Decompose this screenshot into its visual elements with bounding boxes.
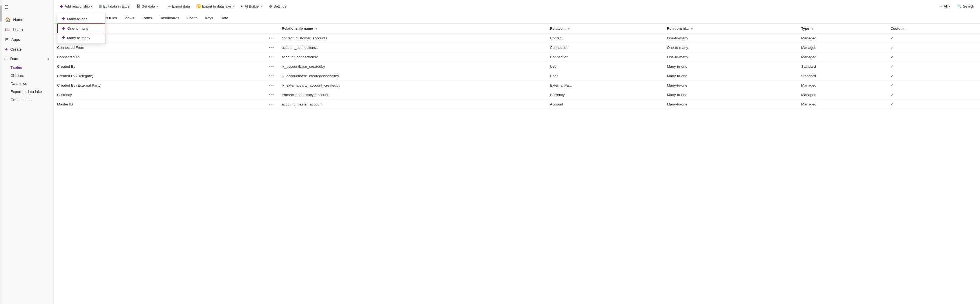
sidebar-sub-connections[interactable]: Connections — [0, 96, 54, 104]
table-row[interactable]: Company Name ••• contact_customer_accoun… — [54, 34, 980, 43]
cell-related: Connection — [547, 43, 663, 52]
table-row[interactable]: Currency ••• transactioncurrency_account… — [54, 90, 980, 99]
sort-icons-type[interactable]: ∨ — [811, 27, 813, 30]
table-row[interactable]: Connected To ••• account_connections2 Co… — [54, 52, 980, 62]
table-body: Company Name ••• contact_customer_accoun… — [54, 34, 980, 109]
cell-dots[interactable]: ••• — [264, 71, 279, 81]
cell-custom: ✓ — [887, 90, 980, 99]
cell-dots[interactable]: ••• — [264, 43, 279, 52]
cell-rel-type: Many-to-one — [664, 62, 798, 71]
cell-dots[interactable]: ••• — [264, 52, 279, 62]
scroll-thumb[interactable] — [0, 5, 2, 22]
row-context-menu[interactable]: ••• — [268, 83, 275, 88]
export-data-button[interactable]: ↦ Export data — [165, 3, 193, 10]
cell-related: User — [547, 71, 663, 81]
custom-check-icon: ✓ — [891, 102, 894, 106]
tab-charts-label: Charts — [187, 16, 197, 20]
tab-data[interactable]: Data — [217, 13, 232, 24]
sidebar-sub-tables[interactable]: Tables — [0, 63, 54, 72]
ai-builder-icon: ✦ — [240, 4, 243, 8]
cell-custom: ✓ — [887, 43, 980, 52]
edit-excel-label: Edit data in Excel — [103, 4, 130, 8]
export-lake-chevron: ▾ — [232, 5, 234, 8]
ai-builder-button[interactable]: ✦ AI Builder ▾ — [237, 3, 265, 10]
tab-views-label: Views — [124, 16, 134, 20]
tab-views[interactable]: Views — [121, 13, 138, 24]
dropdown-many-to-many[interactable]: ✚ Many-to-many — [57, 33, 105, 42]
cell-custom: ✓ — [887, 81, 980, 90]
cell-dots[interactable]: ••• — [264, 90, 279, 99]
cell-dots[interactable]: ••• — [264, 34, 279, 43]
row-context-menu[interactable]: ••• — [268, 45, 275, 50]
sidebar-item-apps[interactable]: ⊞ Apps — [0, 35, 54, 45]
cell-display-name: Connected To — [54, 52, 264, 62]
table-row[interactable]: Master ID ••• account_master_account Acc… — [54, 99, 980, 109]
hamburger-icon[interactable]: ☰ — [0, 2, 54, 14]
ai-builder-label: AI Builder — [245, 4, 259, 8]
sidebar-item-create[interactable]: + Create — [0, 45, 54, 54]
table-row[interactable]: Created By ••• lk_accountbase_createdby … — [54, 62, 980, 71]
row-context-menu[interactable]: ••• — [268, 92, 275, 98]
tab-forms[interactable]: Forms — [138, 13, 156, 24]
col-relationship-name[interactable]: Relationship name ∨ — [278, 24, 547, 34]
cell-display-name: Created By (External Party) — [54, 81, 264, 90]
tabs-bar: Relationships Business rules Views Forms… — [54, 13, 980, 24]
edit-excel-button[interactable]: ⊞ Edit data in Excel — [96, 3, 133, 10]
col-type-label: Type — [801, 26, 809, 30]
sidebar-item-learn[interactable]: 📖 Learn — [0, 24, 54, 35]
cell-type: Managed — [798, 43, 887, 52]
row-context-menu[interactable]: ••• — [268, 64, 275, 69]
col-related[interactable]: Related... ∨ — [547, 24, 663, 34]
search-button[interactable]: 🔍 Search — [955, 3, 977, 10]
custom-check-icon: ✓ — [891, 36, 894, 40]
export-lake-icon: 🔁 — [196, 4, 200, 8]
dropdown-many-to-one[interactable]: ✚ Many-to-one — [57, 14, 105, 24]
sort-icons-related[interactable]: ∨ — [568, 27, 570, 30]
export-lake-button[interactable]: 🔁 Export to data lake ▾ — [194, 3, 237, 10]
cell-type: Managed — [798, 34, 887, 43]
toolbar-right: ≡ All ▾ 🔍 Search — [938, 3, 977, 10]
sort-icons-rel-name[interactable]: ∨ — [315, 27, 317, 30]
sidebar-choices-label: Choices — [11, 74, 24, 78]
row-context-menu[interactable]: ••• — [268, 101, 275, 107]
table-row[interactable]: Created By (Delegate) ••• lk_accountbase… — [54, 71, 980, 81]
cell-dots[interactable]: ••• — [264, 62, 279, 71]
filter-all-label: All — [943, 4, 947, 8]
get-data-button[interactable]: 🗄 Get data ▾ — [134, 3, 161, 10]
col-custom[interactable]: Custom... — [887, 24, 980, 34]
sidebar-sub-export[interactable]: Export to data lake — [0, 88, 54, 96]
row-context-menu[interactable]: ••• — [268, 35, 275, 41]
tab-dashboards[interactable]: Dashboards — [156, 13, 183, 24]
filter-all-button[interactable]: ≡ All ▾ — [938, 3, 953, 10]
sidebar-item-home[interactable]: 🏠 Home — [0, 14, 54, 24]
row-context-menu[interactable]: ••• — [268, 54, 275, 59]
tab-charts[interactable]: Charts — [183, 13, 201, 24]
table-row[interactable]: Connected From ••• account_connections1 … — [54, 43, 980, 52]
cell-rel-type: One-to-many — [664, 43, 798, 52]
one-to-many-plus-icon: ✚ — [62, 26, 65, 30]
sort-icons-rel-type[interactable]: ∨ — [691, 27, 693, 30]
many-to-many-plus-icon: ✚ — [62, 35, 65, 40]
cell-dots[interactable]: ••• — [264, 81, 279, 90]
table-row[interactable]: Created By (External Party) ••• lk_exter… — [54, 81, 980, 90]
tab-keys[interactable]: Keys — [201, 13, 217, 24]
col-rel-type[interactable]: Relationshi... ∨ — [664, 24, 798, 34]
cell-type: Managed — [798, 99, 887, 109]
learn-icon: 📖 — [5, 27, 11, 32]
row-context-menu[interactable]: ••• — [268, 73, 275, 78]
cell-rel-type: Many-to-one — [664, 81, 798, 90]
dropdown-one-to-many[interactable]: ✚ One-to-many — [57, 24, 105, 33]
cell-display-name: Created By (Delegate) — [54, 71, 264, 81]
sidebar-sub-dataflows[interactable]: Dataflows — [0, 80, 54, 88]
settings-button[interactable]: ⚙ Settings — [266, 3, 289, 10]
create-icon: + — [5, 47, 8, 52]
cell-display-name: Created By — [54, 62, 264, 71]
sidebar-sub-choices[interactable]: Choices — [0, 72, 54, 80]
add-relationship-button[interactable]: ✚ Add relationship ▾ — [57, 3, 95, 10]
add-relationship-label: Add relationship — [65, 4, 90, 8]
settings-label: Settings — [274, 4, 286, 8]
col-type[interactable]: Type ∨ — [798, 24, 887, 34]
custom-check-icon: ✓ — [891, 83, 894, 87]
sidebar-item-data[interactable]: ⊞ Data ∧ — [0, 54, 54, 63]
cell-dots[interactable]: ••• — [264, 99, 279, 109]
